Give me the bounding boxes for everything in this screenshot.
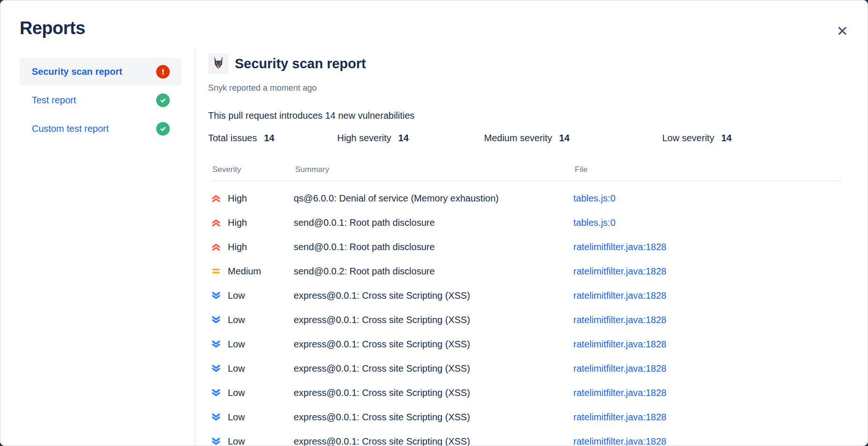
report-title: Security scan report: [235, 56, 366, 72]
file-link[interactable]: ratelimitfilter.java:1828: [573, 266, 666, 276]
sidebar-report-item[interactable]: Test report: [20, 86, 181, 114]
severity-cell: Low: [211, 290, 294, 301]
sidebar-report-label: Test report: [32, 95, 76, 106]
severity-label: High: [228, 193, 247, 204]
issue-row: Low express@0.0.1: Cross site Scripting …: [211, 429, 841, 446]
severity-cell: High: [211, 217, 294, 228]
file-link[interactable]: ratelimitfilter.java:1828: [573, 388, 666, 398]
stat-label: High severity: [337, 132, 391, 144]
issue-summary: express@0.0.1: Cross site Scripting (XSS…: [294, 363, 573, 374]
stat-label: Medium severity: [484, 132, 552, 144]
file-link[interactable]: tables.js:0: [573, 193, 615, 203]
sidebar-report-label: Custom test report: [32, 123, 109, 134]
issue-row: High send@0.0.1: Root path disclosure ta…: [211, 210, 841, 235]
severity-label: High: [228, 217, 247, 228]
issue-summary: qs@6.0.0: Denial of service (Memory exha…: [294, 193, 573, 204]
file-link[interactable]: ratelimitfilter.java:1828: [573, 315, 666, 325]
report-reporter-line: Snyk reported a moment ago: [208, 83, 841, 93]
issue-summary: send@0.0.1: Root path disclosure: [294, 242, 573, 252]
col-header-file: File: [575, 165, 841, 174]
snyk-doberman-logo-icon: [208, 53, 229, 74]
low-severity-icon: [211, 339, 221, 349]
sidebar-report-item[interactable]: Security scan report: [20, 58, 181, 85]
severity-cell: High: [211, 193, 294, 204]
report-panel: Security scan report Snyk reported a mom…: [208, 53, 841, 446]
severity-cell: Medium: [211, 266, 294, 277]
stat: High severity 14: [337, 132, 484, 144]
file-link[interactable]: ratelimitfilter.java:1828: [573, 412, 666, 422]
issue-summary: express@0.0.1: Cross site Scripting (XSS…: [294, 290, 573, 301]
issue-row: Medium send@0.0.2: Root path disclosure …: [211, 259, 841, 283]
report-header: Security scan report: [208, 53, 841, 74]
stat: Medium severity 14: [484, 132, 662, 144]
file-link[interactable]: ratelimitfilter.java:1828: [573, 242, 666, 252]
issues-table: Severity Summary File: [208, 165, 841, 446]
issues-table-header: Severity Summary File: [211, 165, 841, 181]
severity-label: High: [228, 242, 247, 252]
low-severity-icon: [211, 290, 221, 301]
col-header-summary: Summary: [295, 165, 575, 174]
severity-cell: Low: [211, 339, 294, 350]
high-severity-icon: [211, 193, 221, 203]
issue-summary: send@0.0.2: Root path disclosure: [294, 266, 573, 277]
severity-label: Low: [228, 412, 245, 423]
sidebar-report-item[interactable]: Custom test report: [20, 115, 181, 142]
sidebar-divider: [195, 49, 195, 446]
file-link[interactable]: ratelimitfilter.java:1828: [573, 436, 666, 446]
severity-cell: Low: [211, 363, 294, 374]
stat-value: 14: [398, 132, 409, 144]
file-link[interactable]: ratelimitfilter.java:1828: [573, 363, 666, 374]
file-link[interactable]: ratelimitfilter.java:1828: [573, 339, 666, 349]
issue-row: High qs@6.0.0: Denial of service (Memory…: [211, 186, 841, 210]
low-severity-icon: [211, 412, 221, 422]
report-stats: Total issues 14 High severity 14 Medium …: [208, 132, 841, 144]
issue-summary: express@0.0.1: Cross site Scripting (XSS…: [294, 388, 573, 398]
stat-value: 14: [559, 132, 570, 144]
issue-summary: express@0.0.1: Cross site Scripting (XSS…: [294, 436, 573, 446]
success-badge-icon: [156, 94, 170, 107]
issue-summary: express@0.0.1: Cross site Scripting (XSS…: [294, 412, 573, 423]
severity-cell: Low: [211, 388, 294, 398]
stat: Low severity 14: [662, 132, 841, 144]
severity-label: Low: [228, 363, 245, 374]
low-severity-icon: [211, 363, 221, 374]
stat-label: Total issues: [208, 132, 257, 144]
severity-cell: Low: [211, 315, 294, 325]
issue-row: Low express@0.0.1: Cross site Scripting …: [211, 405, 841, 429]
issue-row: Low express@0.0.1: Cross site Scripting …: [211, 332, 841, 356]
low-severity-icon: [211, 315, 221, 325]
low-severity-icon: [211, 436, 221, 446]
low-severity-icon: [211, 388, 221, 398]
stat: Total issues 14: [208, 132, 337, 144]
file-link[interactable]: tables.js:0: [573, 217, 615, 228]
stat-label: Low severity: [662, 132, 714, 144]
high-severity-icon: [211, 242, 221, 252]
severity-cell: High: [211, 242, 294, 252]
sidebar-report-label: Security scan report: [32, 66, 122, 77]
stat-value: 14: [264, 132, 275, 144]
issue-summary: send@0.0.1: Root path disclosure: [294, 217, 573, 228]
issue-row: Low express@0.0.1: Cross site Scripting …: [211, 381, 841, 405]
severity-label: Low: [228, 436, 245, 446]
issues-table-body: High qs@6.0.0: Denial of service (Memory…: [211, 181, 841, 446]
severity-label: Low: [228, 339, 245, 350]
file-link[interactable]: ratelimitfilter.java:1828: [573, 290, 666, 301]
reports-dialog: Reports ✕ Security scan report Test repo…: [0, 0, 868, 446]
issue-row: Low express@0.0.1: Cross site Scripting …: [211, 308, 841, 332]
issue-summary: express@0.0.1: Cross site Scripting (XSS…: [294, 315, 573, 325]
severity-label: Low: [228, 290, 245, 301]
close-button[interactable]: ✕: [831, 21, 854, 42]
severity-label: Medium: [228, 266, 261, 277]
dialog-title: Reports: [20, 18, 85, 38]
stat-value: 14: [721, 132, 731, 144]
medium-severity-icon: [211, 266, 221, 276]
reports-sidebar: Security scan report Test report Custom …: [20, 58, 181, 144]
issue-row: Low express@0.0.1: Cross site Scripting …: [211, 283, 841, 308]
success-badge-icon: [156, 122, 170, 136]
high-severity-icon: [211, 217, 221, 228]
severity-label: Low: [228, 315, 245, 325]
severity-label: Low: [228, 388, 245, 398]
issue-row: High send@0.0.1: Root path disclosure ra…: [211, 235, 841, 259]
report-description: This pull request introduces 14 new vuln…: [208, 110, 841, 121]
severity-cell: Low: [211, 436, 294, 446]
